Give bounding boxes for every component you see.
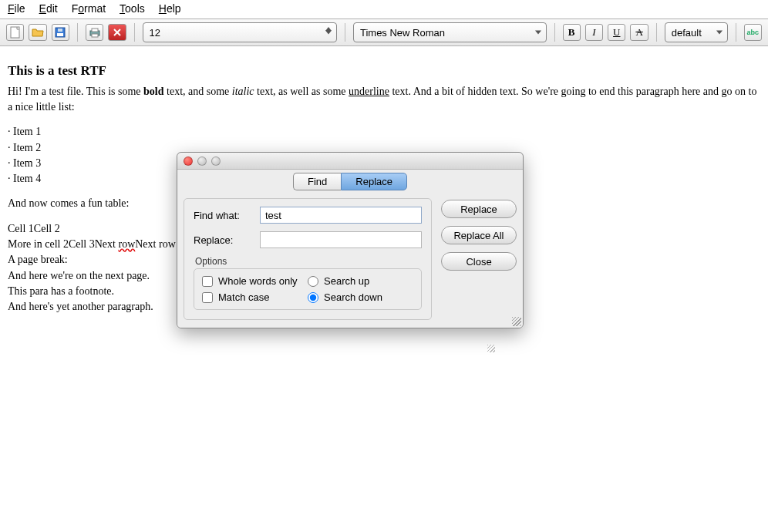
dialog-body: Find Replace Find what: Replace: Options… — [177, 173, 523, 328]
separator — [554, 23, 555, 42]
replace-label: Replace: — [194, 234, 260, 246]
dialog-buttons: Replace Replace All Close — [441, 198, 517, 320]
separator — [736, 23, 736, 42]
window-zoom-button[interactable] — [211, 157, 221, 166]
dialog-titlebar[interactable] — [177, 153, 523, 170]
font-name-value: Times New Roman — [360, 27, 445, 39]
whole-words-checkbox[interactable] — [202, 276, 213, 287]
match-case-option[interactable]: Match case — [202, 291, 308, 303]
tab-replace[interactable]: Replace — [341, 173, 407, 190]
resize-grip-icon[interactable] — [487, 345, 495, 352]
search-up-radio[interactable] — [308, 276, 318, 287]
close-button[interactable] — [108, 24, 126, 41]
svg-rect-0 — [11, 27, 19, 38]
open-button[interactable] — [29, 24, 46, 41]
font-size-value: 12 — [150, 27, 160, 39]
options-group: Whole words only Search up Match case Se… — [194, 268, 422, 310]
new-doc-button[interactable] — [6, 24, 24, 41]
folder-icon — [32, 27, 44, 38]
font-name-combo[interactable]: Times New Roman — [353, 22, 547, 42]
replace-input[interactable] — [260, 231, 422, 248]
search-down-radio[interactable] — [308, 292, 318, 303]
search-up-option[interactable]: Search up — [308, 275, 413, 287]
doc-para: Hi! I'm a test file. This is some bold t… — [8, 84, 760, 116]
dialog-tabs: Find Replace — [184, 173, 517, 190]
menu-file[interactable]: File — [8, 2, 25, 15]
toolbar: 12 Times New Roman B I U A default abc — [0, 19, 768, 46]
svg-rect-3 — [58, 29, 62, 32]
replace-button[interactable]: Replace — [441, 200, 517, 218]
menu-edit[interactable]: Edit — [39, 2, 58, 15]
list-item: Item 1 — [8, 124, 760, 140]
separator — [134, 23, 135, 42]
spell-label: abc — [747, 29, 760, 36]
replace-all-button[interactable]: Replace All — [441, 226, 517, 244]
font-size-combo[interactable]: 12 — [143, 22, 338, 42]
spellcheck-button[interactable]: abc — [744, 24, 762, 41]
separator — [77, 23, 78, 42]
menu-help[interactable]: Help — [159, 2, 181, 15]
tab-find[interactable]: Find — [293, 173, 341, 190]
match-case-checkbox[interactable] — [202, 292, 213, 303]
printer-icon — [89, 27, 101, 38]
save-button[interactable] — [52, 24, 69, 41]
whole-words-option[interactable]: Whole words only — [202, 275, 308, 287]
window-close-button[interactable] — [184, 157, 193, 166]
close-dialog-button[interactable]: Close — [441, 252, 517, 271]
floppy-icon — [55, 27, 66, 38]
separator — [345, 23, 345, 42]
style-combo[interactable]: default — [665, 22, 728, 42]
svg-rect-2 — [57, 33, 63, 36]
svg-rect-6 — [92, 34, 98, 37]
style-value: default — [672, 27, 702, 39]
italic-button[interactable]: I — [585, 24, 603, 41]
doc-title: This is a test RTF — [8, 62, 760, 81]
dialog-fields: Find what: Replace: Options Whole words … — [184, 198, 432, 320]
svg-rect-5 — [92, 29, 98, 32]
options-label: Options — [195, 256, 422, 267]
underline-button[interactable]: U — [608, 24, 625, 41]
strike-button[interactable]: A — [630, 24, 648, 41]
search-down-option[interactable]: Search down — [308, 291, 413, 303]
find-input[interactable] — [260, 207, 422, 224]
find-label: Find what: — [194, 210, 260, 221]
menu-bar: File Edit Format Tools Help — [0, 0, 768, 19]
find-replace-dialog: Find Replace Find what: Replace: Options… — [177, 152, 524, 328]
resize-grip-icon[interactable] — [512, 317, 521, 326]
separator — [656, 23, 657, 42]
x-icon — [113, 29, 121, 36]
bold-button[interactable]: B — [563, 24, 581, 41]
file-icon — [10, 26, 21, 39]
print-button[interactable] — [86, 24, 103, 41]
menu-format[interactable]: Format — [72, 2, 106, 15]
window-minimize-button[interactable] — [197, 157, 207, 166]
menu-tools[interactable]: Tools — [120, 2, 145, 15]
